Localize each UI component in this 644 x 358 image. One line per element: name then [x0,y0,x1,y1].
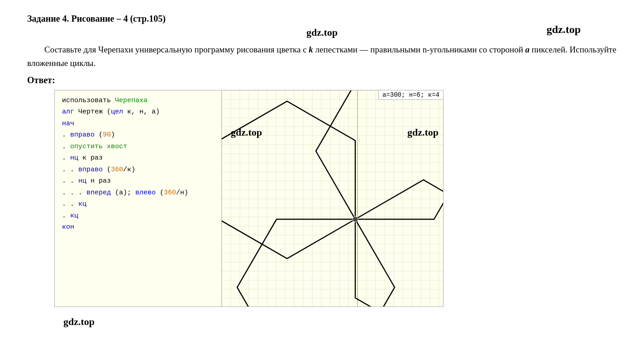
gdz-bottom-left: gdz.top [63,316,617,328]
answer-label: Ответ: [27,75,617,85]
gdz-top-sub: gdz.top [27,27,617,38]
answer-container: использовать Черепахаалг Чертеж (цел к, … [54,90,617,307]
code-panel: использовать Черепахаалг Чертеж (цел к, … [54,90,222,307]
params-bar: a=300; н=6; к=4 [378,90,443,100]
gdz-top-right: gdz.top [547,24,581,36]
canvas-panel: a=300; н=6; к=4 gdz.top gdz.top [222,90,444,307]
page-title: Задание 4. Рисование – 4 (стр.105) [27,14,617,24]
body-text: Составьте для Черепахи универсальную про… [27,43,617,71]
